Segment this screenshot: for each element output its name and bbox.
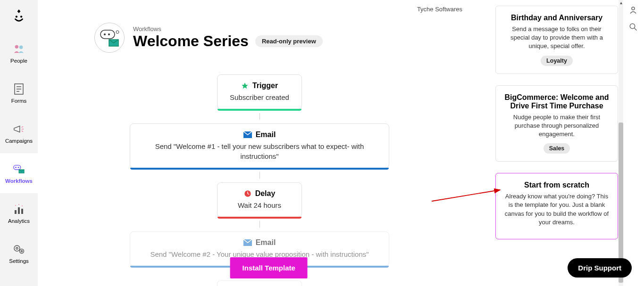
nav-campaigns-label: Campaigns: [5, 138, 33, 144]
star-icon: [241, 82, 249, 90]
template-card-birthday[interactable]: Birthday and Anniversary Send a message …: [495, 6, 618, 74]
node-email-1-body: Send "Welcome #1 - tell your new subscri…: [142, 142, 377, 161]
svg-rect-16: [18, 207, 20, 214]
svg-point-2: [15, 45, 18, 48]
nav-workflows-label: Workflows: [5, 178, 33, 184]
svg-point-21: [14, 245, 20, 251]
svg-point-26: [104, 33, 106, 35]
svg-point-22: [16, 247, 18, 249]
nav-people[interactable]: People: [0, 33, 38, 73]
brand-text: Tyche Softwares: [417, 6, 462, 13]
breadcrumb[interactable]: Workflows: [133, 25, 323, 33]
svg-line-8: [22, 126, 24, 127]
email-icon: [243, 239, 252, 246]
svg-rect-15: [15, 210, 17, 214]
node-trigger[interactable]: Trigger Subscriber created: [217, 74, 302, 109]
svg-rect-11: [14, 165, 21, 169]
node-delay-1-body: Wait 24 hours: [229, 201, 290, 210]
scroll-up-icon[interactable]: ▴: [619, 0, 623, 6]
nav-analytics-label: Analytics: [8, 218, 30, 224]
gear-icon: [13, 243, 25, 255]
card-desc: Send a message to folks on their special…: [502, 25, 611, 51]
card-title: Birthday and Anniversary: [502, 14, 611, 22]
node-delay-1[interactable]: Delay Wait 24 hours: [217, 182, 302, 217]
svg-point-0: [16, 16, 17, 17]
node-email-1-label: Email: [256, 131, 276, 139]
main-area: Tyche Softwares Workflows Welcome Series…: [38, 0, 481, 286]
support-button[interactable]: Drip Support: [568, 258, 632, 278]
people-icon: [13, 43, 25, 55]
svg-point-13: [18, 166, 19, 168]
svg-point-12: [15, 166, 17, 168]
user-icon[interactable]: [629, 6, 638, 15]
card-tag: Loyalty: [541, 56, 573, 66]
template-panel: Birthday and Anniversary Send a message …: [495, 0, 618, 286]
nav-campaigns[interactable]: Campaigns: [0, 113, 38, 153]
svg-rect-17: [21, 209, 23, 214]
connector: [259, 172, 260, 179]
card-title: BigCommerce: Welcome and Drive First Tim…: [502, 93, 611, 110]
email-icon: [243, 131, 252, 138]
megaphone-icon: [13, 123, 25, 135]
left-nav: People Forms Campaigns Workflows Analyti…: [0, 0, 38, 286]
svg-point-28: [116, 31, 119, 33]
nav-people-label: People: [10, 58, 27, 64]
node-email-2-label: Email: [256, 238, 276, 247]
workflows-icon: [13, 163, 25, 175]
nav-analytics[interactable]: Analytics: [0, 193, 38, 233]
app-logo[interactable]: [10, 7, 27, 24]
nav-forms-label: Forms: [11, 98, 27, 104]
nav-settings[interactable]: Settings: [0, 233, 38, 273]
forms-icon: [13, 83, 25, 95]
clock-icon: [244, 190, 251, 197]
svg-point-23: [20, 249, 24, 253]
node-email-1[interactable]: Email Send "Welcome #1 - tell your new s…: [130, 123, 389, 168]
svg-point-34: [632, 7, 635, 10]
svg-point-1: [20, 16, 22, 17]
card-tag: Sales: [544, 143, 570, 154]
nav-workflows[interactable]: Workflows: [0, 153, 38, 193]
node-delay-1-label: Delay: [255, 189, 276, 198]
connector: [259, 221, 260, 228]
install-template-button[interactable]: Install Template: [230, 257, 308, 278]
svg-point-18: [15, 205, 16, 206]
analytics-icon: [13, 203, 25, 215]
connector: [259, 113, 260, 120]
svg-rect-25: [100, 30, 115, 39]
template-card-scratch[interactable]: Start from scratch Already know what you…: [495, 173, 618, 239]
node-trigger-label: Trigger: [252, 82, 278, 90]
svg-point-27: [108, 33, 110, 35]
template-card-bigcommerce[interactable]: BigCommerce: Welcome and Drive First Tim…: [495, 85, 618, 162]
svg-line-10: [22, 131, 24, 131]
card-title: Start from scratch: [502, 181, 611, 189]
card-desc: Nudge people to make their first purchas…: [502, 113, 611, 139]
workflow-canvas: Trigger Subscriber created Email Send "W…: [38, 71, 481, 286]
utility-rail: [623, 0, 644, 286]
svg-point-35: [630, 24, 635, 29]
svg-point-19: [18, 204, 19, 205]
readonly-badge: Read-only preview: [255, 35, 323, 47]
workflow-avatar-icon: [94, 23, 125, 53]
svg-point-3: [19, 45, 23, 49]
svg-line-36: [634, 28, 636, 30]
node-delay-2[interactable]: Delay: [217, 280, 302, 286]
nav-forms[interactable]: Forms: [0, 73, 38, 113]
panel-scrollbar[interactable]: ▴: [619, 0, 623, 286]
page-title: Welcome Series: [133, 33, 249, 50]
svg-point-20: [22, 205, 23, 206]
svg-point-24: [21, 250, 23, 252]
workflow-header: Workflows Welcome Series Read-only previ…: [38, 0, 481, 53]
nav-settings-label: Settings: [9, 258, 29, 264]
search-icon[interactable]: [629, 23, 638, 32]
card-desc: Already know what you're doing? This is …: [502, 192, 611, 227]
node-trigger-body: Subscriber created: [229, 93, 290, 102]
